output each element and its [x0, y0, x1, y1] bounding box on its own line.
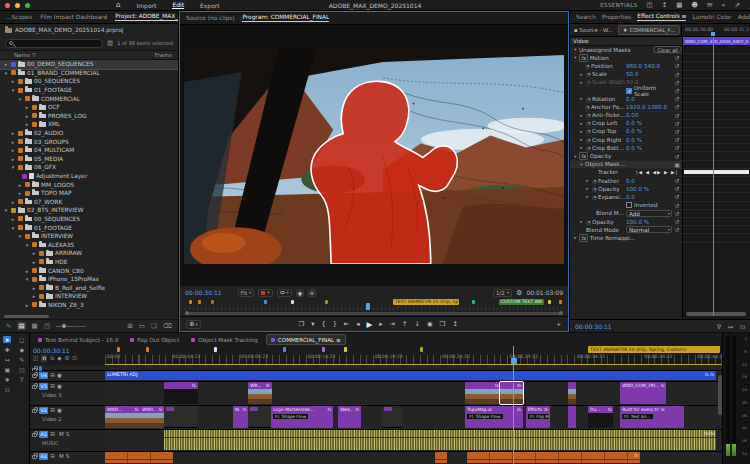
tree-item[interactable]: ▾ iPhone_15ProMax	[0, 275, 178, 284]
keyframe-lane[interactable]	[682, 177, 750, 184]
zoom-tool[interactable]: ⊡	[5, 386, 10, 393]
keyframe-lane[interactable]	[682, 136, 750, 143]
titlebar-menu-item[interactable]: Import	[136, 2, 156, 9]
property-value[interactable]: 50.0	[626, 71, 638, 77]
tracker-buttons[interactable]: |◀ ◀ ◀▶ ▶ ▶|	[636, 170, 678, 175]
keyframe-lane[interactable]	[682, 144, 750, 151]
keyframe-lane[interactable]	[682, 152, 750, 159]
timeline-clip[interactable]	[248, 406, 271, 428]
keyframe-lane[interactable]	[682, 193, 750, 200]
reset-icon[interactable]: ↺	[672, 193, 682, 200]
twirl-icon[interactable]: ▸	[584, 194, 591, 199]
effect-property-row[interactable]: Blend Mode Add ↺	[570, 210, 750, 218]
reset-icon[interactable]: ↺	[672, 120, 682, 127]
blend-mode-dropdown[interactable]: Add	[626, 210, 672, 217]
zoom-slider[interactable]	[56, 326, 86, 327]
tree-item[interactable]: ▸ NIKON_Z6_3	[0, 301, 178, 310]
stopwatch-icon[interactable]: ◔	[585, 71, 592, 77]
step-forward-icon[interactable]: ▸	[379, 320, 382, 328]
reset-icon[interactable]: ↺	[672, 54, 682, 61]
keyframe-lane[interactable]	[682, 128, 750, 135]
razor-tool[interactable]: ▣	[4, 366, 10, 373]
stopwatch-icon[interactable]: ◔	[591, 186, 598, 192]
timeline-clip[interactable]: Logo-Martenside...fx FI: Shape Flow	[271, 406, 333, 428]
timeline-clip[interactable]: fx	[500, 382, 522, 404]
lock-icon[interactable]	[32, 409, 37, 413]
sequence-tab[interactable]: Text Behind Subject - 16.9	[34, 334, 122, 345]
delete-item-icon[interactable]: ⌫	[163, 322, 172, 330]
keyframe-lane[interactable]	[682, 218, 750, 225]
play-around-icon[interactable]: ↦	[728, 323, 733, 330]
twirl-icon[interactable]: ▾	[10, 87, 16, 93]
effect-property-row[interactable]: Blend Mode Normal ↺	[570, 226, 750, 234]
progress-icon[interactable]: «	[722, 1, 726, 9]
timeline-clip[interactable]	[164, 406, 197, 428]
export-frame-icon[interactable]: ◉	[427, 320, 433, 328]
twirl-icon[interactable]: ▸	[578, 129, 585, 134]
stopwatch-icon[interactable]: ◔	[591, 178, 598, 184]
tree-item[interactable]: ▸ 00_SEQUENCES	[0, 77, 178, 86]
twirl-icon[interactable]: ▸	[578, 72, 585, 77]
ripple-edit-tool[interactable]: ✚	[5, 346, 10, 353]
solo-button[interactable]: S	[66, 431, 70, 438]
keyframe-lane[interactable]	[682, 185, 750, 192]
effect-property-row[interactable]: ▾ Unassigned Masks Clear all	[570, 46, 750, 54]
reset-icon[interactable]: ↺	[672, 144, 682, 151]
track-header[interactable]: V3 ⊟ ◉ Video 3	[30, 382, 105, 406]
panel-tab[interactable]: Search	[576, 14, 596, 20]
mark-out-icon[interactable]: }	[333, 320, 337, 328]
track-lane-a1[interactable]: fx fx	[105, 430, 722, 452]
effect-property-row[interactable]: ▸ ◔ Feather 0.0 ↺	[570, 177, 750, 185]
extract-icon[interactable]: ↓	[414, 320, 419, 328]
keyframe-lane[interactable]	[682, 234, 750, 241]
twirl-icon[interactable]: ▸	[10, 156, 16, 162]
track-insert-icon[interactable]: ⊟	[50, 407, 55, 414]
mask-toggle-icon[interactable]: ⊖	[308, 289, 316, 297]
stopwatch-icon[interactable]: ◔	[585, 128, 592, 134]
slip-tool[interactable]: ◳	[19, 366, 25, 373]
mark-in-icon[interactable]: {	[321, 320, 325, 328]
effect-property-row[interactable]: ▸ ◔ Opacity 100.0 % ↺	[570, 218, 750, 226]
timeline-ruler[interactable]: TEXT ANIMATOR FX (Flip, Spring, Custom) …	[105, 346, 722, 365]
reset-icon[interactable]: ↺	[672, 95, 682, 102]
reset-icon[interactable]: ↺	[672, 103, 682, 110]
marker-label[interactable]: TEXT ANIMATOR FX (Flip, Sp	[393, 299, 459, 305]
twirl-icon[interactable]: ▸	[578, 96, 585, 101]
nest-icon[interactable]: ◫	[33, 355, 38, 362]
sequence-marker[interactable]	[325, 300, 328, 304]
effect-property-row[interactable]: ▾ fx Motion ↺	[570, 54, 750, 62]
twirl-icon[interactable]: ▾	[10, 164, 16, 170]
panel-tab[interactable]: Lumetri Color	[692, 14, 731, 20]
ec-clip-bar[interactable]: WND_COM_420_A004_A007_0	[682, 37, 750, 45]
reset-icon[interactable]: ↺	[672, 218, 682, 225]
track-insert-icon[interactable]: ⊟	[50, 453, 55, 460]
sequence-marker[interactable]	[548, 300, 551, 304]
lock-icon[interactable]	[32, 385, 37, 389]
tree-item[interactable]: ▸ MM_LOGOS	[0, 180, 178, 189]
reset-icon[interactable]: ↺	[672, 128, 682, 135]
sequence-marker[interactable]	[264, 300, 267, 304]
list-view-icon[interactable]: ▤	[17, 322, 25, 330]
stopwatch-icon[interactable]: ◔	[585, 96, 592, 102]
sequence-marker[interactable]	[189, 300, 192, 304]
twirl-icon[interactable]: ▸	[584, 186, 591, 191]
snap-toggle-icon[interactable]: ◉	[296, 289, 304, 297]
timeline-clip[interactable]: WND_COM_2RI...fx	[620, 382, 666, 404]
tree-item[interactable]: ▾ INTERVIEW	[0, 232, 178, 241]
effect-property-row[interactable]: ▸ ◔ Crop Top 0.0 % ↺	[570, 128, 750, 136]
twirl-icon[interactable]: ▸	[10, 199, 16, 205]
twirl-icon[interactable]: ▸	[31, 250, 37, 256]
sequence-marker[interactable]	[472, 300, 475, 304]
keyframe-lane[interactable]	[682, 161, 750, 168]
property-value[interactable]: 0.0 %	[626, 137, 642, 143]
stopwatch-icon[interactable]: ◔	[585, 137, 592, 143]
track-select-tool[interactable]: ◻	[19, 336, 24, 343]
tree-item[interactable]: ▸ 07_WORK	[0, 198, 178, 207]
twirl-icon[interactable]: ▸	[17, 190, 23, 196]
new-search-bin-icon[interactable]: ▭	[139, 322, 145, 330]
window-zoom-icon[interactable]	[25, 3, 30, 8]
keyframe-lane[interactable]	[682, 71, 750, 78]
keyframe-lane[interactable]	[682, 46, 750, 53]
pen-tool[interactable]: ✎	[19, 356, 24, 363]
panel-tab[interactable]: Effect Controls ≡	[637, 13, 686, 21]
